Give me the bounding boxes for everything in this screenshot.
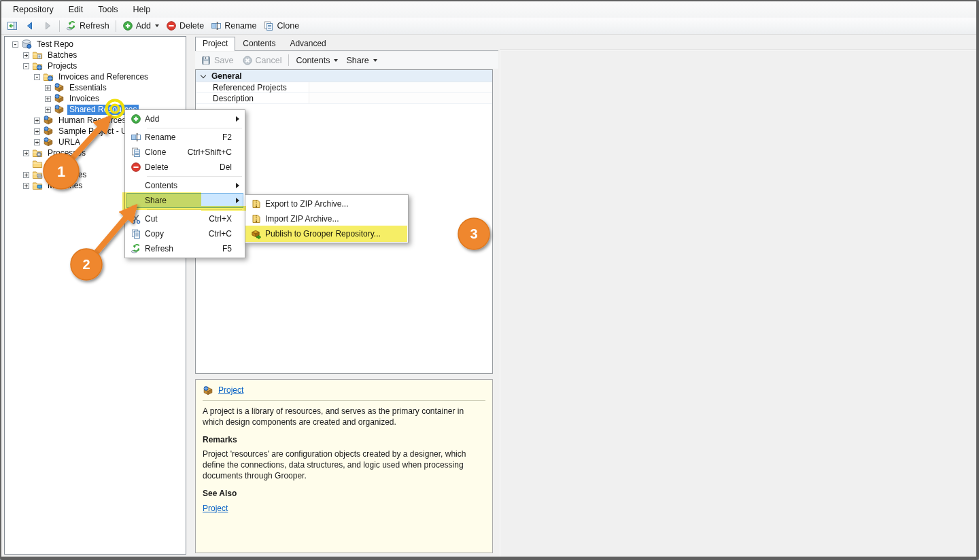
tree-label: Queues [46, 159, 78, 169]
tree-item-batches[interactable]: + Batches [5, 50, 185, 60]
property-value[interactable] [309, 93, 492, 103]
tree-item-invoices-and-references[interactable]: - Invoices and References [5, 71, 185, 82]
chevron-down-icon [334, 59, 338, 62]
cut-icon [131, 213, 141, 224]
add-button[interactable]: Add [119, 19, 162, 33]
project-box-icon [43, 126, 54, 137]
folder-globe-icon [43, 71, 54, 82]
project-box-icon [43, 115, 54, 126]
expander-icon[interactable]: + [34, 128, 40, 135]
menu-item-label: Copy [145, 229, 209, 239]
context-menu-cut[interactable]: Cut Ctrl+X [126, 211, 243, 226]
menu-bar: Repository Edit Tools Help [1, 1, 976, 18]
context-menu-rename[interactable]: Rename F2 [126, 130, 243, 145]
tab-project[interactable]: Project [195, 37, 235, 51]
save-button[interactable]: Save [196, 54, 238, 67]
menu-shortcut: Del [220, 162, 232, 172]
expander-icon[interactable]: + [34, 118, 40, 124]
context-menu-clone[interactable]: Clone Ctrl+Shift+C [126, 145, 243, 160]
context-menu-contents[interactable]: Contents [126, 178, 243, 193]
expander-icon[interactable]: + [23, 52, 29, 58]
tab-contents[interactable]: Contents [236, 37, 282, 50]
expander-icon[interactable]: + [45, 85, 51, 91]
context-menu-add[interactable]: Add [126, 111, 243, 126]
help-panel: Project A project is a library of resour… [195, 379, 493, 553]
expander-icon[interactable]: + [23, 150, 29, 156]
folder-batches-icon [32, 50, 43, 60]
expander-icon[interactable]: + [45, 107, 51, 113]
expander-icon[interactable]: + [34, 139, 40, 145]
tree-item-projects[interactable]: - Projects [5, 60, 185, 71]
property-row-referenced-projects[interactable]: Referenced Projects [196, 82, 492, 93]
tree-item-invoices[interactable]: + Invoices [5, 93, 185, 104]
tree-item-test-repo[interactable]: - Test Repo [5, 39, 185, 50]
refresh-button[interactable]: Refresh [63, 19, 113, 33]
clone-icon [131, 147, 141, 158]
folder-machine-icon [32, 180, 43, 191]
submenu-arrow-icon [236, 116, 239, 122]
rename-label: Rename [224, 21, 256, 31]
toggle-panel-button[interactable] [3, 19, 21, 33]
tree-item-essentials[interactable]: + Essentials [5, 82, 185, 93]
context-menu-copy[interactable]: Copy Ctrl+C [126, 226, 243, 241]
menu-item-label: Rename [145, 133, 222, 142]
remarks-heading: Remarks [203, 435, 485, 446]
tree-label: Processes [46, 148, 88, 158]
share-dropdown-button[interactable]: Share [342, 54, 381, 67]
cancel-button[interactable]: Cancel [238, 54, 286, 67]
help-title-link[interactable]: Project [218, 385, 243, 396]
submenu-import-zip[interactable]: Import ZIP Archive... [247, 211, 407, 226]
submenu-arrow-icon [236, 198, 239, 203]
folder-gear-icon [32, 147, 43, 158]
publish-box-icon [251, 228, 262, 239]
expander-icon[interactable]: + [23, 183, 29, 189]
tree-label: Invoices and References [56, 72, 150, 82]
chevron-down-icon [373, 59, 377, 62]
menu-item-label: Import ZIP Archive... [265, 214, 407, 224]
expander-icon[interactable]: - [34, 74, 40, 80]
add-icon [122, 20, 133, 31]
rename-button[interactable]: Rename [207, 19, 260, 33]
project-box-icon [203, 385, 213, 396]
expander-icon[interactable]: + [23, 172, 29, 178]
context-menu-share[interactable]: Share [126, 193, 243, 208]
menu-help[interactable]: Help [125, 3, 158, 16]
tree-label: URLA [56, 137, 82, 147]
tab-advanced[interactable]: Advanced [283, 37, 332, 50]
menu-shortcut: F2 [222, 133, 232, 142]
expander-icon[interactable]: + [45, 96, 51, 102]
delete-label: Delete [179, 21, 204, 31]
property-value[interactable] [309, 82, 492, 92]
clone-button[interactable]: Clone [260, 19, 303, 33]
zip-archive-icon [251, 198, 262, 209]
context-menu-refresh[interactable]: Refresh F5 [126, 241, 243, 256]
forward-button[interactable] [39, 19, 56, 33]
see-also-link[interactable]: Project [203, 504, 228, 513]
submenu-export-zip[interactable]: Export to ZIP Archive... [247, 196, 407, 211]
expander-icon[interactable]: - [12, 41, 18, 48]
database-icon [21, 39, 32, 50]
copy-icon [131, 228, 141, 239]
context-menu-delete[interactable]: Delete Del [126, 160, 243, 175]
menu-tools[interactable]: Tools [90, 3, 125, 16]
app-window: Repository Edit Tools Help Refresh Add D… [0, 0, 979, 560]
toolbar-separator [288, 54, 289, 66]
submenu-publish-repository[interactable]: Publish to Grooper Repository... [247, 226, 407, 241]
category-general[interactable]: General [196, 70, 492, 82]
context-menu: Add Rename F2 Clone Ctrl+Shift+C Delete … [124, 109, 245, 258]
menu-edit[interactable]: Edit [61, 3, 91, 16]
menu-item-label: Refresh [145, 244, 222, 253]
save-label: Save [214, 56, 234, 65]
property-row-description[interactable]: Description [196, 93, 492, 104]
contents-dropdown-button[interactable]: Contents [292, 54, 342, 67]
chevron-down-icon[interactable] [201, 72, 206, 77]
menu-shortcut: Ctrl+C [209, 229, 232, 239]
divider [203, 400, 485, 401]
tree-label: Invoices [67, 94, 101, 104]
detail-toolbar: Save Cancel Contents Share [195, 52, 498, 69]
menu-repository[interactable]: Repository [5, 3, 61, 16]
delete-button[interactable]: Delete [162, 19, 207, 33]
back-button[interactable] [21, 19, 39, 33]
expander-icon[interactable]: - [23, 63, 29, 69]
share-submenu: Export to ZIP Archive... Import ZIP Arch… [245, 194, 409, 243]
